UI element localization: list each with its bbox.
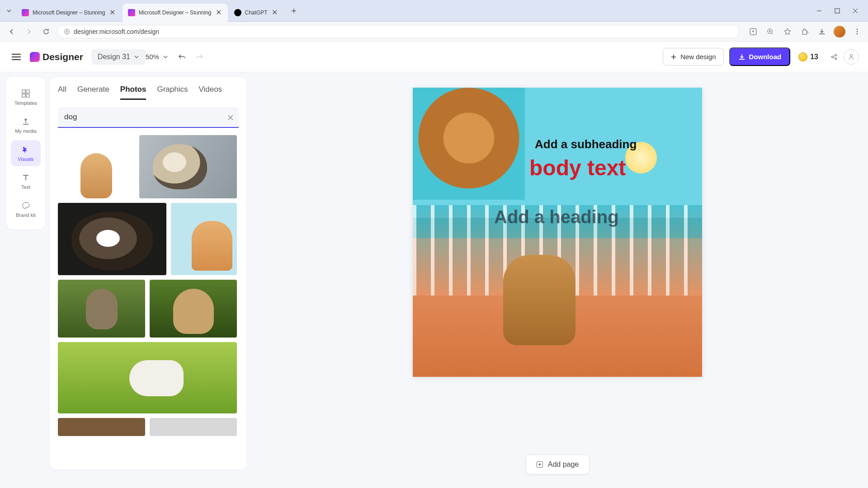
share-icon [830,53,838,61]
photo-result[interactable] [58,203,166,275]
photo-result[interactable] [139,135,237,198]
add-page-button[interactable]: Add page [526,455,590,474]
chevron-down-icon [134,54,139,60]
share-button[interactable] [826,49,842,65]
credits-counter[interactable]: 13 [798,52,818,61]
side-panel: All Generate Photos Graphics Videos [50,77,247,470]
new-tab-button[interactable] [288,5,300,17]
new-design-button[interactable]: New design [663,48,723,66]
download-button[interactable]: Download [729,47,791,66]
kebab-icon [853,28,861,36]
favicon-icon [22,9,29,16]
canvas-image-element[interactable] [413,88,525,200]
close-window-button[interactable] [850,5,861,16]
bookmark-button[interactable] [782,26,793,37]
rail-item-visuals[interactable]: Visuals [11,140,41,166]
svg-rect-11 [22,90,25,93]
tab-videos[interactable]: Videos [198,85,222,100]
browser-tab-strip: Microsoft Designer – Stunning ✕ Microsof… [0,0,868,22]
close-icon[interactable]: ✕ [271,9,278,16]
search-input[interactable] [58,107,239,128]
tab-photos[interactable]: Photos [120,85,146,100]
browser-tab[interactable]: Microsoft Designer – Stunning ✕ [123,4,228,22]
minimize-icon [816,8,822,14]
extensions-button[interactable] [799,26,810,37]
downloads-button[interactable] [816,26,827,37]
rail-item-text[interactable]: Text [11,168,41,194]
canvas-dog-element[interactable] [503,255,576,345]
design-name-dropdown[interactable]: Design 31 [91,49,146,65]
star-icon [783,28,792,36]
redo-button[interactable] [193,50,206,64]
maximize-button[interactable] [832,5,843,16]
hamburger-menu[interactable] [9,50,24,64]
photo-result[interactable] [150,418,237,436]
canvas-heading-text[interactable]: Add a heading [494,207,619,227]
rail-item-brand-kit[interactable]: Brand kit [11,196,41,222]
canvas-area[interactable]: Add a subheading body text Add a heading… [247,72,868,488]
download-label: Download [749,53,782,61]
zoom-value: 50% [146,53,159,61]
undo-button[interactable] [175,50,189,64]
zoom-dropdown[interactable]: 50% [146,53,168,61]
url-input[interactable]: designer.microsoft.com/design [57,25,740,38]
canvas-body-text[interactable]: body text [529,155,626,180]
app-logo[interactable]: Designer [30,52,83,62]
tab-search-dropdown[interactable] [4,5,14,16]
menu-button[interactable] [852,26,863,37]
close-icon[interactable]: ✕ [215,9,222,16]
upload-icon [21,117,31,127]
photo-result[interactable] [58,418,145,436]
tab-graphics[interactable]: Graphics [157,85,188,100]
zoom-icon [766,28,774,36]
back-button[interactable] [5,25,18,38]
photo-result[interactable] [58,280,145,338]
tab-generate[interactable]: Generate [77,85,109,100]
photo-result[interactable] [150,280,237,338]
forward-button[interactable] [23,25,35,38]
download-icon [738,53,745,61]
url-bar: designer.microsoft.com/design [0,22,868,42]
rail-label: Text [21,184,30,190]
plus-icon [670,54,677,60]
zoom-button[interactable] [765,26,776,37]
photo-results[interactable] [58,135,239,470]
arrow-right-icon [25,28,33,35]
browser-tab[interactable]: ChatGPT ✕ [229,4,284,22]
tab-title: Microsoft Designer – Stunning [33,9,105,16]
credits-value: 13 [810,53,818,61]
profile-avatar[interactable] [834,26,845,38]
svg-point-6 [857,33,858,34]
photo-result[interactable] [58,135,135,198]
account-button[interactable] [844,49,859,65]
close-icon [227,114,234,121]
svg-point-10 [850,54,853,56]
reload-icon [42,28,50,35]
rail-item-my-media[interactable]: My media [11,112,41,138]
rail-label: Visuals [18,156,33,162]
close-icon[interactable]: ✕ [109,9,116,16]
new-design-label: New design [680,53,716,61]
canvas-subheading-text[interactable]: Add a subheading [535,137,637,151]
photo-result[interactable] [171,203,237,275]
design-canvas[interactable]: Add a subheading body text Add a heading [413,88,702,377]
tab-all[interactable]: All [58,85,66,100]
svg-rect-13 [22,94,25,97]
install-app-button[interactable] [748,26,759,37]
panel-tabs: All Generate Photos Graphics Videos [58,85,239,100]
rail-label: Templates [14,100,37,106]
svg-point-4 [857,28,858,30]
tab-title: ChatGPT [245,9,268,16]
photo-result[interactable] [58,342,237,413]
minimize-button[interactable] [814,5,825,16]
svg-rect-14 [26,94,29,97]
favicon-icon [128,9,135,16]
clear-search-button[interactable] [227,114,234,121]
maximize-icon [835,8,840,14]
rail-item-templates[interactable]: Templates [11,84,41,110]
browser-tab[interactable]: Microsoft Designer – Stunning ✕ [16,4,122,22]
undo-redo-group [175,50,206,64]
reload-button[interactable] [40,25,52,38]
puzzle-icon [801,28,809,36]
close-icon [853,8,858,14]
